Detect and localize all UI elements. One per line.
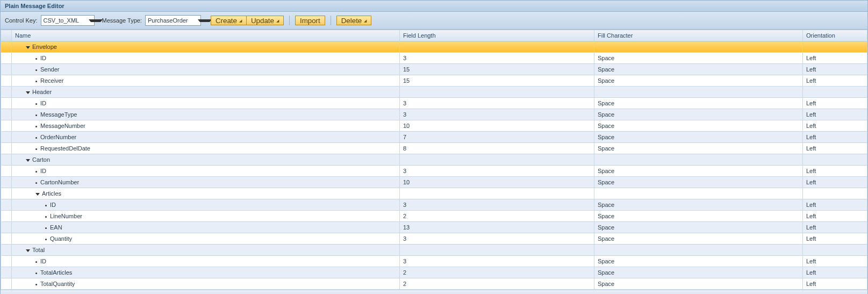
cell-len[interactable] bbox=[400, 41, 594, 53]
cell-fill[interactable] bbox=[594, 41, 803, 53]
table-row[interactable]: ID3SpaceLeft bbox=[1, 166, 867, 177]
expand-toggle-icon[interactable] bbox=[26, 91, 30, 94]
cell-len[interactable]: 3 bbox=[400, 233, 594, 245]
cell-fill[interactable]: Space bbox=[594, 120, 803, 132]
cell-ori[interactable]: Left bbox=[803, 278, 867, 290]
cell-name[interactable]: ID bbox=[12, 199, 400, 211]
cell-fill[interactable] bbox=[594, 154, 803, 166]
create-button[interactable]: Create◢ bbox=[211, 16, 247, 25]
table-row[interactable]: Quantity3SpaceLeft bbox=[1, 233, 867, 245]
cell-name[interactable]: RequestedDelDate bbox=[12, 143, 400, 154]
table-row[interactable]: MessageNumber10SpaceLeft bbox=[1, 120, 867, 132]
cell-len[interactable] bbox=[400, 154, 594, 166]
col-fill-character[interactable]: Fill Character bbox=[594, 30, 803, 41]
cell-fill[interactable]: Space bbox=[594, 199, 803, 211]
table-row[interactable]: CartonNumber10SpaceLeft bbox=[1, 177, 867, 188]
row-selector[interactable] bbox=[1, 53, 12, 64]
cell-fill[interactable]: Space bbox=[594, 75, 803, 87]
col-orientation[interactable]: Orientation bbox=[803, 30, 867, 41]
cell-fill[interactable] bbox=[594, 245, 803, 256]
cell-ori[interactable]: Left bbox=[803, 233, 867, 245]
cell-ori[interactable]: Left bbox=[803, 211, 867, 222]
cell-len[interactable]: 8 bbox=[400, 143, 594, 154]
cell-name[interactable]: MessageNumber bbox=[12, 120, 400, 132]
cell-ori[interactable]: Left bbox=[803, 256, 867, 267]
row-selector[interactable] bbox=[1, 132, 12, 143]
cell-name[interactable]: Header bbox=[12, 87, 400, 98]
row-selector[interactable] bbox=[1, 199, 12, 211]
cell-name[interactable]: Quantity bbox=[12, 233, 400, 245]
cell-len[interactable]: 3 bbox=[400, 98, 594, 109]
row-selector[interactable] bbox=[1, 177, 12, 188]
row-selector[interactable] bbox=[1, 41, 12, 53]
cell-name[interactable]: ID bbox=[12, 53, 400, 64]
row-selector[interactable] bbox=[1, 143, 12, 154]
cell-ori[interactable] bbox=[803, 87, 867, 98]
cell-len[interactable]: 2 bbox=[400, 278, 594, 290]
cell-ori[interactable]: Left bbox=[803, 53, 867, 64]
cell-len[interactable]: 2 bbox=[400, 267, 594, 278]
cell-fill[interactable]: Space bbox=[594, 132, 803, 143]
row-selector[interactable] bbox=[1, 75, 12, 87]
table-row[interactable]: MessageType3SpaceLeft bbox=[1, 109, 867, 120]
cell-ori[interactable]: Left bbox=[803, 132, 867, 143]
table-row[interactable]: TotalQuantity2SpaceLeft bbox=[1, 278, 867, 290]
table-row[interactable]: Header bbox=[1, 87, 867, 98]
delete-button[interactable]: Delete◢ bbox=[336, 16, 372, 25]
message-type-select[interactable]: PurchaseOrder bbox=[145, 15, 201, 26]
cell-name[interactable]: Carton bbox=[12, 154, 400, 166]
cell-len[interactable] bbox=[400, 245, 594, 256]
cell-ori[interactable]: Left bbox=[803, 222, 867, 233]
cell-name[interactable]: CartonNumber bbox=[12, 177, 400, 188]
cell-fill[interactable] bbox=[594, 87, 803, 98]
cell-fill[interactable] bbox=[594, 188, 803, 199]
cell-fill[interactable]: Space bbox=[594, 53, 803, 64]
cell-len[interactable]: 13 bbox=[400, 222, 594, 233]
col-field-length[interactable]: Field Length bbox=[400, 30, 594, 41]
row-selector[interactable] bbox=[1, 188, 12, 199]
cell-name[interactable]: MessageType bbox=[12, 109, 400, 120]
cell-len[interactable]: 3 bbox=[400, 199, 594, 211]
cell-fill[interactable]: Space bbox=[594, 109, 803, 120]
cell-fill[interactable]: Space bbox=[594, 64, 803, 75]
cell-fill[interactable]: Space bbox=[594, 267, 803, 278]
cell-ori[interactable]: Left bbox=[803, 64, 867, 75]
cell-name[interactable]: OrderNumber bbox=[12, 132, 400, 143]
cell-fill[interactable]: Space bbox=[594, 278, 803, 290]
table-row[interactable]: Carton bbox=[1, 154, 867, 166]
cell-ori[interactable] bbox=[803, 245, 867, 256]
cell-name[interactable]: ID bbox=[12, 166, 400, 177]
row-selector[interactable] bbox=[1, 222, 12, 233]
expand-toggle-icon[interactable] bbox=[26, 159, 30, 162]
cell-len[interactable]: 3 bbox=[400, 109, 594, 120]
cell-ori[interactable] bbox=[803, 188, 867, 199]
control-key-select[interactable]: CSV_to_XML bbox=[41, 15, 95, 26]
cell-ori[interactable]: Left bbox=[803, 166, 867, 177]
cell-ori[interactable] bbox=[803, 41, 867, 53]
row-selector[interactable] bbox=[1, 278, 12, 290]
cell-name[interactable]: LineNumber bbox=[12, 211, 400, 222]
row-selector-header[interactable] bbox=[1, 30, 12, 41]
cell-name[interactable]: Receiver bbox=[12, 75, 400, 87]
cell-len[interactable] bbox=[400, 188, 594, 199]
cell-name[interactable]: ID bbox=[12, 98, 400, 109]
expand-toggle-icon[interactable] bbox=[26, 249, 30, 252]
table-row[interactable]: RequestedDelDate8SpaceLeft bbox=[1, 143, 867, 154]
row-selector[interactable] bbox=[1, 211, 12, 222]
cell-len[interactable]: 15 bbox=[400, 64, 594, 75]
expand-toggle-icon[interactable] bbox=[35, 193, 40, 196]
row-selector[interactable] bbox=[1, 64, 12, 75]
cell-ori[interactable]: Left bbox=[803, 143, 867, 154]
update-button[interactable]: Update◢ bbox=[247, 16, 284, 25]
table-row[interactable]: Envelope bbox=[1, 41, 867, 53]
cell-fill[interactable]: Space bbox=[594, 143, 803, 154]
cell-fill[interactable]: Space bbox=[594, 233, 803, 245]
col-name[interactable]: Name bbox=[12, 30, 400, 41]
cell-name[interactable]: Envelope bbox=[12, 41, 400, 53]
row-selector[interactable] bbox=[1, 98, 12, 109]
table-row[interactable]: Sender15SpaceLeft bbox=[1, 64, 867, 75]
cell-ori[interactable]: Left bbox=[803, 109, 867, 120]
cell-fill[interactable]: Space bbox=[594, 98, 803, 109]
cell-ori[interactable]: Left bbox=[803, 75, 867, 87]
cell-name[interactable]: Total bbox=[12, 245, 400, 256]
